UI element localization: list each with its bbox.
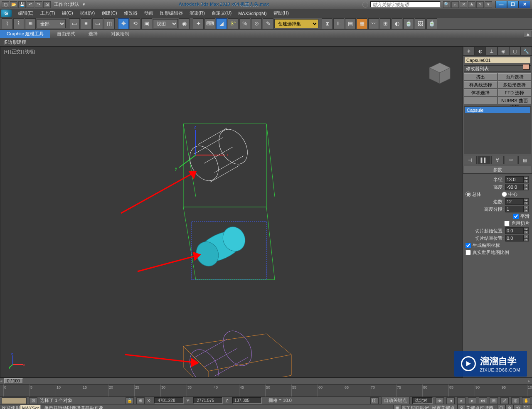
height-up-icon[interactable]: ▲ (524, 184, 529, 187)
redo-icon[interactable]: ↷ (35, 1, 42, 8)
smooth-checkbox[interactable] (513, 214, 519, 219)
subscription-icon[interactable]: ⌂ (451, 1, 459, 8)
search-input[interactable] (370, 1, 441, 8)
slice-from-input[interactable] (505, 227, 524, 234)
x-coord[interactable] (154, 397, 184, 404)
slice-on-checkbox[interactable] (504, 221, 510, 226)
setkey-button[interactable]: 设置关键点 (429, 404, 458, 409)
mirror-icon[interactable]: ⧗ (322, 18, 332, 29)
object-color-swatch[interactable] (523, 64, 530, 70)
render-production-icon[interactable]: 🍵 (426, 18, 437, 29)
keyboard-shortcut-icon[interactable]: ⌨ (204, 18, 215, 29)
timetag-icon[interactable]: ▦ (393, 405, 401, 409)
unlink-icon[interactable]: ⌇ (13, 18, 24, 29)
z-coord[interactable] (232, 397, 262, 404)
reference-coord-system[interactable]: 视图 (153, 19, 178, 28)
slice-to-input[interactable] (505, 235, 524, 241)
configure-sets-icon[interactable]: ▤ (518, 156, 531, 164)
lock-selection-icon[interactable]: 🔒 (126, 397, 134, 404)
viewport[interactable]: [+] [正交] [线框] z x y (0, 47, 463, 377)
mod-patch-select[interactable]: 面片选择 (498, 73, 532, 81)
track-right-icon[interactable]: ▸ (528, 378, 532, 384)
menu-tools[interactable]: 工具(T) (37, 9, 59, 17)
save-icon[interactable]: 💾 (18, 1, 26, 8)
edit-named-sel-icon[interactable]: ✎ (263, 18, 273, 29)
viewport-nav1-icon[interactable]: ⊞ (490, 397, 498, 404)
radius-up-icon[interactable]: ▲ (524, 176, 529, 180)
rendered-frame-icon[interactable]: 🖼 (415, 18, 426, 29)
modifier-list-dropdown[interactable]: 修改器列表 (464, 65, 531, 72)
mod-spline-select[interactable]: 样条线选择 (464, 81, 498, 89)
named-selection-sets[interactable]: 创建选择集 (274, 19, 318, 28)
curve-editor-icon[interactable]: 〰 (368, 18, 379, 29)
motion-tab-icon[interactable]: ◉ (498, 47, 509, 56)
angle-snap-icon[interactable]: 3° (228, 18, 239, 29)
snap-toggle-icon[interactable]: ◢ (216, 18, 227, 29)
time-slider-track[interactable]: ◂ 0 / 100 ▸ (0, 377, 532, 384)
next-frame-icon[interactable]: ▸ (468, 397, 476, 404)
modify-tab-icon[interactable]: ◐ (475, 47, 486, 56)
key-filters[interactable]: 关键点过滤器... (466, 405, 497, 409)
link-icon[interactable]: ⌇ (2, 18, 12, 29)
display-tab-icon[interactable]: ▢ (509, 47, 521, 56)
autokey-button[interactable]: 自动关键点 (381, 397, 410, 404)
open-icon[interactable]: 📂 (10, 1, 17, 8)
help-icon[interactable]: ? (476, 1, 484, 8)
mod-vol-select[interactable]: 体积选择 (464, 89, 498, 96)
center-radio[interactable]: 中心 (502, 191, 530, 197)
overall-radio[interactable]: 总体 (466, 191, 493, 197)
y-coord[interactable] (193, 397, 223, 404)
menu-help[interactable]: 帮助(H) (270, 9, 292, 17)
ribbon-collapse-icon[interactable]: ▴ (524, 31, 532, 37)
track-left-icon[interactable]: ◂ (0, 378, 4, 384)
play-icon[interactable]: ▸ (457, 397, 466, 404)
height-input[interactable] (505, 184, 524, 190)
menu-rendering[interactable]: 渲染(R) (186, 9, 208, 17)
link-icon[interactable]: ⇲ (43, 1, 51, 8)
object-name-field[interactable]: Capsule001 (465, 57, 530, 63)
dropdown-icon[interactable]: ▾ (485, 1, 492, 8)
utilities-tab-icon[interactable]: 🔧 (520, 47, 532, 56)
percent-snap-icon[interactable]: % (239, 18, 250, 29)
render-setup-icon[interactable]: 🍵 (403, 18, 414, 29)
real-world-checkbox[interactable] (466, 250, 471, 255)
nav-pan-icon[interactable]: ✥ (505, 405, 514, 409)
key-filter-icon[interactable]: ⚲ (458, 405, 466, 409)
close-button[interactable]: ✕ (519, 1, 530, 8)
rollout-parameters[interactable]: 参数 (463, 166, 532, 174)
menu-edit[interactable]: 编辑(E) (15, 9, 37, 17)
selection-filter[interactable]: 全部 (37, 19, 66, 28)
graphite-ribbon-icon[interactable]: ▦ (357, 18, 367, 29)
select-by-name-icon[interactable]: ≡ (81, 18, 91, 29)
menu-create[interactable]: 创建(C) (98, 9, 120, 17)
minimize-button[interactable]: — (495, 1, 507, 8)
nav-maximize-icon[interactable]: ⛶ (522, 405, 530, 409)
menu-customize[interactable]: 自定义(U) (208, 9, 235, 17)
height-down-icon[interactable]: ▼ (524, 187, 529, 190)
menu-group[interactable]: 组(G) (59, 9, 76, 17)
modifier-stack[interactable]: Capsule (464, 106, 531, 154)
ribbon-tab-selection[interactable]: 选择 (82, 30, 104, 38)
infocenter-icon[interactable] (362, 2, 368, 7)
ribbon-tab-freeform[interactable]: 自由形式 (50, 30, 82, 38)
mod-poly-select[interactable]: 多边形选择 (498, 81, 532, 89)
manipulate-icon[interactable]: ✦ (193, 18, 204, 29)
radius-down-icon[interactable]: ▼ (524, 180, 529, 183)
radius-input[interactable] (505, 176, 524, 183)
autokey-target[interactable] (412, 397, 433, 404)
binoculars-icon[interactable]: 🔍 (443, 1, 451, 8)
add-time-marker[interactable]: 添加时间标记 (401, 405, 429, 409)
hierarchy-tab-icon[interactable]: ⊥ (486, 47, 498, 56)
select-object-icon[interactable]: ▭ (69, 18, 80, 29)
create-tab-icon[interactable]: ✳ (463, 47, 475, 56)
select-scale-icon[interactable]: ▣ (141, 18, 152, 29)
goto-start-icon[interactable]: ⏮ (436, 397, 444, 404)
workspace-label[interactable]: 工作台: 默认 (54, 1, 79, 7)
ribbon-panel-polymodeling[interactable]: 多边形建模 (0, 38, 532, 47)
material-editor-icon[interactable]: ◐ (392, 18, 402, 29)
maxscript-listener[interactable]: MAXScr (20, 405, 41, 409)
menu-animation[interactable]: 动画 (141, 9, 157, 17)
prev-frame-icon[interactable]: ◂ (446, 397, 455, 404)
select-rotate-icon[interactable]: ⟲ (130, 18, 140, 29)
pin-stack-icon[interactable]: ⊣ (464, 156, 477, 164)
